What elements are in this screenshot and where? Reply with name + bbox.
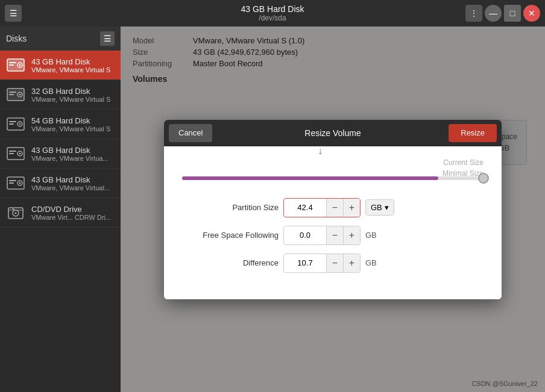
disk-sub-6: VMware Virt... CDRW Dri...: [31, 214, 115, 221]
disk-icon-6: [6, 203, 25, 222]
difference-minus-button[interactable]: −: [326, 254, 343, 272]
partition-size-input[interactable]: [284, 200, 326, 215]
disk-sub-5: VMware, VMware Virtual...: [31, 184, 115, 191]
disk-name-1: 43 GB Hard Disk: [31, 57, 115, 66]
disk-icon-1: [6, 55, 25, 75]
window-title: 43 GB Hard Disk: [241, 4, 304, 14]
unit-select-dropdown[interactable]: GB ▾: [365, 199, 394, 216]
modal-title: Resize Volume: [304, 128, 361, 138]
sidebar-menu-button[interactable]: ☰: [100, 31, 115, 46]
sidebar-header: Disks ☰: [0, 26, 121, 51]
difference-input-group: − +: [283, 254, 361, 273]
disk-info-1: 43 GB Hard Disk VMware, VMware Virtual S: [31, 57, 115, 73]
svg-rect-5: [9, 64, 14, 66]
modal-header: Cancel Resize Volume Resize: [164, 120, 502, 146]
disk-info-6: CD/DVD Drive VMware Virt... CDRW Dri...: [31, 205, 115, 221]
svg-point-3: [19, 64, 21, 66]
size-slider-container: Current Size Minimal Size ↓: [182, 158, 484, 180]
svg-rect-11: [9, 94, 14, 95]
difference-label: Difference: [182, 258, 279, 267]
svg-point-14: [19, 123, 21, 125]
resize-button[interactable]: Resize: [449, 124, 497, 142]
dropdown-arrow-icon: ▾: [385, 203, 389, 212]
free-space-following-row: Free Space Following − + GB: [182, 226, 484, 245]
disk-info-3: 54 GB Hard Disk VMware, VMware Virtual S: [31, 116, 115, 132]
svg-point-19: [19, 153, 21, 155]
slider-labels: Current Size Minimal Size: [443, 158, 484, 178]
sidebar-title: Disks: [6, 34, 27, 43]
difference-unit: GB: [365, 258, 377, 267]
disk-info-5: 43 GB Hard Disk VMware, VMware Virtual..…: [31, 175, 115, 191]
slider-thumb[interactable]: [478, 173, 489, 184]
svg-rect-21: [9, 153, 14, 154]
partition-size-input-group: − +: [283, 198, 361, 217]
partition-size-label: Partition Size: [182, 203, 279, 212]
maximize-button[interactable]: □: [504, 5, 521, 22]
svg-rect-20: [9, 151, 16, 152]
disk-icon-3: [6, 114, 25, 134]
svg-rect-16: [9, 123, 14, 125]
svg-rect-10: [9, 92, 16, 93]
disk-info-4: 43 GB Hard Disk VMware, VMware Virtua...: [31, 146, 115, 162]
sidebar-item-disk4[interactable]: 43 GB Hard Disk VMware, VMware Virtua...: [0, 139, 121, 169]
kebab-menu-button[interactable]: ⋮: [465, 5, 482, 22]
content-area: Model VMware, VMware Virtual S (1.0) Siz…: [121, 26, 545, 392]
svg-point-24: [19, 182, 21, 184]
main-container: Disks ☰ 43 GB Hard Disk VMware, VMware V…: [0, 26, 545, 392]
free-following-input-group: − +: [283, 226, 361, 245]
unit-value: GB: [371, 203, 382, 212]
disk-sub-3: VMware, VMware Virtual S: [31, 125, 115, 132]
difference-input[interactable]: [284, 255, 326, 270]
svg-rect-4: [9, 62, 16, 63]
disk-name-5: 43 GB Hard Disk: [31, 175, 115, 184]
sidebar-item-disk1[interactable]: 43 GB Hard Disk VMware, VMware Virtual S: [0, 51, 121, 80]
svg-point-29: [15, 213, 17, 214]
disk-sub-1: VMware, VMware Virtual S: [31, 66, 115, 73]
titlebar-title: 43 GB Hard Disk /dev/sda: [241, 4, 304, 22]
svg-rect-30: [12, 209, 14, 210]
sidebar-item-disk3[interactable]: 54 GB Hard Disk VMware, VMware Virtual S: [0, 110, 121, 139]
svg-rect-25: [9, 180, 16, 181]
minimal-indicator: ↓: [318, 146, 323, 156]
sidebar-item-disk2[interactable]: 32 GB Hard Disk VMware, VMware Virtual S: [0, 80, 121, 110]
free-following-plus-button[interactable]: +: [343, 226, 360, 244]
modal-overlay: Cancel Resize Volume Resize Current Size…: [121, 26, 545, 392]
close-button[interactable]: ✕: [523, 5, 540, 22]
free-space-following-label: Free Space Following: [182, 231, 279, 240]
disk-icon-4: [6, 144, 25, 163]
down-arrow-icon: ↓: [318, 146, 323, 156]
disk-icon-5: [6, 173, 25, 193]
svg-point-9: [19, 94, 21, 96]
size-slider-track[interactable]: [182, 176, 484, 180]
disk-info-2: 32 GB Hard Disk VMware, VMware Virtual S: [31, 87, 115, 103]
titlebar-left-area: ☰: [5, 5, 22, 22]
partition-size-plus-button[interactable]: +: [343, 199, 360, 217]
cancel-button[interactable]: Cancel: [169, 124, 212, 142]
difference-row: Difference − + GB: [182, 254, 484, 273]
disk-sub-2: VMware, VMware Virtual S: [31, 96, 115, 103]
resize-volume-modal: Cancel Resize Volume Resize Current Size…: [164, 120, 502, 299]
free-following-unit: GB: [365, 231, 377, 240]
slider-fill: [182, 176, 438, 180]
disk-name-6: CD/DVD Drive: [31, 205, 115, 214]
sidebar-item-disk5[interactable]: 43 GB Hard Disk VMware, VMware Virtual..…: [0, 169, 121, 198]
minimize-button[interactable]: —: [485, 5, 502, 22]
svg-rect-26: [9, 182, 14, 184]
partition-size-row: Partition Size − + GB ▾: [182, 198, 484, 217]
sidebar-item-disk6[interactable]: CD/DVD Drive VMware Virt... CDRW Dri...: [0, 198, 121, 228]
disk-name-2: 32 GB Hard Disk: [31, 87, 115, 96]
modal-body: Current Size Minimal Size ↓ Par: [164, 146, 502, 299]
free-following-input[interactable]: [284, 228, 326, 243]
titlebar: ☰ 43 GB Hard Disk /dev/sda ⋮ — □ ✕: [0, 0, 545, 26]
window-subtitle: /dev/sda: [241, 14, 304, 22]
partition-size-minus-button[interactable]: −: [326, 199, 343, 217]
window-controls: ⋮ — □ ✕: [465, 5, 540, 22]
disk-icon-2: [6, 85, 25, 104]
svg-rect-15: [9, 121, 16, 122]
disk-name-4: 43 GB Hard Disk: [31, 146, 115, 155]
free-following-minus-button[interactable]: −: [326, 226, 343, 244]
disk-sub-4: VMware, VMware Virtua...: [31, 155, 115, 162]
titlebar-menu-button[interactable]: ☰: [5, 5, 22, 22]
difference-plus-button[interactable]: +: [343, 254, 360, 272]
sidebar: Disks ☰ 43 GB Hard Disk VMware, VMware V…: [0, 26, 121, 392]
